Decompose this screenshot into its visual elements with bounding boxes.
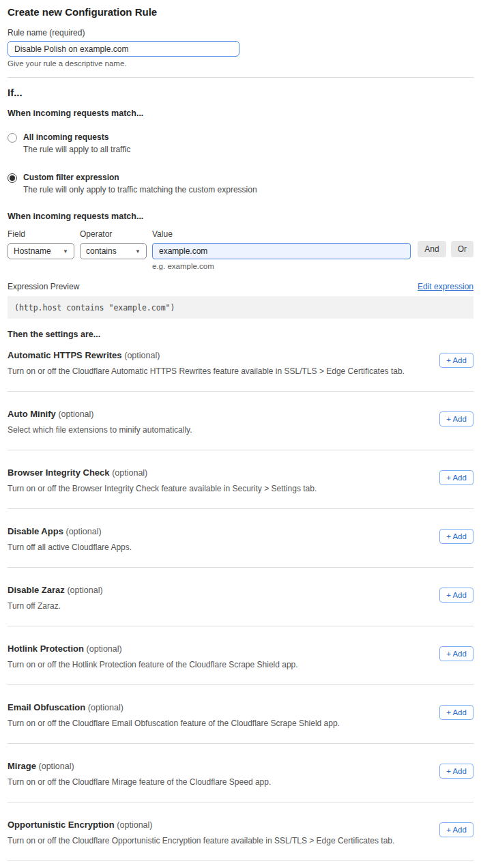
setting-description: Turn on or off the Cloudflare Opportunis… bbox=[8, 836, 394, 845]
match-type-radio-group: All incoming requests The rule will appl… bbox=[8, 132, 473, 194]
page-title: Create new Configuration Rule bbox=[8, 6, 473, 18]
or-button[interactable]: Or bbox=[451, 241, 473, 257]
value-label: Value bbox=[152, 229, 411, 239]
expression-builder-heading: When incoming requests match... bbox=[8, 212, 473, 221]
add-button[interactable]: + Add bbox=[439, 764, 473, 779]
field-select-value: Hostname bbox=[14, 246, 51, 256]
expression-builder: Field Hostname ▼ Operator contains ▼ Val… bbox=[8, 229, 473, 270]
setting-description: Turn off all active Cloudflare Apps. bbox=[8, 542, 132, 552]
setting-row-auto-minify: Auto Minify (optional) Select which file… bbox=[8, 392, 473, 450]
rule-name-helper: Give your rule a descriptive name. bbox=[8, 59, 473, 68]
setting-name: Disable Apps (optional) bbox=[8, 526, 132, 536]
setting-row-disable-zaraz: Disable Zaraz (optional) Turn off Zaraz.… bbox=[8, 568, 473, 626]
setting-description: Turn on or off the Cloudflare Automatic … bbox=[8, 366, 405, 376]
then-settings-heading: Then the settings are... bbox=[8, 330, 473, 339]
field-select[interactable]: Hostname ▼ bbox=[8, 243, 74, 259]
chevron-down-icon: ▼ bbox=[135, 248, 141, 255]
setting-description: Turn on or off the Cloudflare Mirage fea… bbox=[8, 777, 271, 787]
setting-name: Mirage (optional) bbox=[8, 761, 271, 771]
operator-select[interactable]: contains ▼ bbox=[80, 243, 147, 259]
section-divider bbox=[8, 77, 473, 78]
add-button[interactable]: + Add bbox=[439, 646, 473, 661]
setting-name: Auto Minify (optional) bbox=[8, 409, 192, 419]
radio-all-incoming-requests[interactable]: All incoming requests The rule will appl… bbox=[8, 132, 473, 154]
if-heading: If... bbox=[8, 87, 473, 98]
radio-description: The rule will only apply to traffic matc… bbox=[23, 185, 257, 194]
add-button[interactable]: + Add bbox=[439, 529, 473, 544]
setting-row-disable-apps: Disable Apps (optional) Turn off all act… bbox=[8, 509, 473, 568]
setting-name: Email Obfuscation (optional) bbox=[8, 702, 340, 712]
value-input[interactable] bbox=[152, 243, 411, 259]
add-button[interactable]: + Add bbox=[439, 588, 473, 603]
radio-label: All incoming requests bbox=[23, 132, 130, 142]
value-helper: e.g. example.com bbox=[152, 262, 411, 270]
radio-custom-filter-expression[interactable]: Custom filter expression The rule will o… bbox=[8, 173, 473, 194]
setting-description: Turn on or off the Browser Integrity Che… bbox=[8, 484, 317, 493]
radio-label: Custom filter expression bbox=[23, 173, 257, 182]
create-configuration-rule-page: Create new Configuration Rule Rule name … bbox=[0, 0, 481, 868]
radio-description: The rule will apply to all traffic bbox=[23, 145, 130, 154]
add-button[interactable]: + Add bbox=[439, 411, 473, 426]
add-button[interactable]: + Add bbox=[439, 470, 473, 485]
setting-row-polish: Polish (optional) Change the settings of… bbox=[8, 861, 473, 868]
setting-description: Turn off Zaraz. bbox=[8, 601, 103, 611]
expression-preview-label: Expression Preview bbox=[8, 282, 79, 291]
setting-name: Disable Zaraz (optional) bbox=[8, 585, 103, 595]
chevron-down-icon: ▼ bbox=[63, 248, 68, 255]
setting-row-email-obfuscation: Email Obfuscation (optional) Turn on or … bbox=[8, 685, 473, 744]
setting-row-browser-integrity-check: Browser Integrity Check (optional) Turn … bbox=[8, 450, 473, 509]
edit-expression-link[interactable]: Edit expression bbox=[418, 282, 473, 291]
setting-row-automatic-https-rewrites: Automatic HTTPS Rewrites (optional) Turn… bbox=[8, 339, 473, 392]
add-button[interactable]: + Add bbox=[439, 705, 473, 720]
setting-name: Hotlink Protection (optional) bbox=[8, 643, 298, 654]
operator-label: Operator bbox=[80, 229, 147, 239]
setting-row-hotlink-protection: Hotlink Protection (optional) Turn on or… bbox=[8, 626, 473, 685]
add-button[interactable]: + Add bbox=[439, 822, 473, 837]
rule-name-input[interactable] bbox=[8, 41, 239, 57]
expression-preview-code: (http.host contains "example.com") bbox=[8, 296, 473, 319]
setting-description: Select which file extensions to minify a… bbox=[8, 425, 192, 435]
setting-row-mirage: Mirage (optional) Turn on or off the Clo… bbox=[8, 744, 473, 802]
setting-name: Opportunistic Encryption (optional) bbox=[8, 820, 394, 830]
setting-name: Browser Integrity Check (optional) bbox=[8, 467, 317, 478]
setting-description: Turn on or off the Hotlink Protection fe… bbox=[8, 660, 298, 669]
field-label: Field bbox=[8, 229, 74, 239]
incoming-requests-match-heading: When incoming requests match... bbox=[8, 108, 473, 118]
and-button[interactable]: And bbox=[418, 241, 446, 257]
operator-select-value: contains bbox=[86, 246, 117, 256]
rule-name-label: Rule name (required) bbox=[8, 28, 473, 38]
radio-button-selected[interactable] bbox=[8, 173, 17, 183]
setting-row-opportunistic-encryption: Opportunistic Encryption (optional) Turn… bbox=[8, 802, 473, 861]
setting-name: Automatic HTTPS Rewrites (optional) bbox=[8, 350, 405, 360]
add-button[interactable]: + Add bbox=[439, 353, 473, 368]
radio-button-unselected[interactable] bbox=[8, 133, 17, 143]
setting-description: Turn on or off the Cloudflare Email Obfu… bbox=[8, 719, 340, 728]
expression-preview-row: Expression Preview Edit expression bbox=[8, 282, 473, 291]
